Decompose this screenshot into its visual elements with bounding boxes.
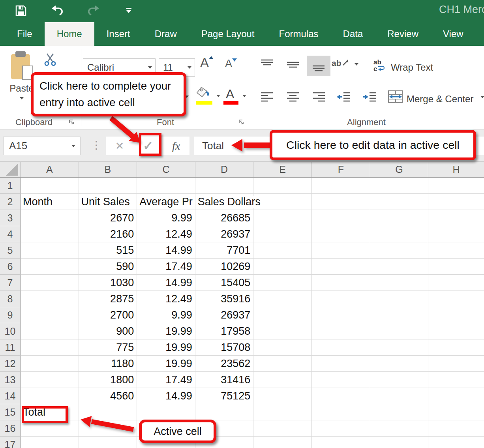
tab-formulas[interactable]: Formulas (267, 22, 331, 46)
cell-F9[interactable] (312, 307, 370, 323)
increase-font-size-button[interactable]: A (200, 55, 209, 70)
name-box[interactable]: A15 (3, 137, 81, 155)
cell-F12[interactable] (312, 356, 370, 372)
cell-G12[interactable] (370, 356, 429, 372)
cell-H10[interactable] (428, 323, 484, 339)
row-header-11[interactable]: 11 (0, 339, 21, 356)
tab-file[interactable]: File (5, 22, 45, 46)
cell-C4[interactable]: 12.49 (137, 226, 195, 242)
align-right-button[interactable] (312, 90, 326, 105)
cell-H17[interactable] (428, 437, 484, 448)
cell-C2[interactable]: Average Pr (137, 194, 195, 210)
cell-D11[interactable]: 15708 (195, 339, 254, 356)
cell-B15[interactable] (79, 404, 137, 420)
tab-page-layout[interactable]: Page Layout (189, 22, 267, 46)
cell-A3[interactable] (21, 210, 79, 226)
cell-A12[interactable] (21, 356, 79, 372)
cell-H13[interactable] (428, 372, 484, 388)
cell-B11[interactable]: 775 (79, 339, 137, 356)
column-header-E[interactable]: E (253, 162, 312, 177)
cancel-button[interactable]: ✕ (115, 140, 124, 152)
cell-D9[interactable]: 26937 (195, 307, 254, 323)
cell-E3[interactable] (253, 210, 312, 226)
merge-center-dropdown-icon[interactable] (480, 96, 484, 98)
cell-E15[interactable] (253, 404, 312, 420)
fill-color-dropdown-icon[interactable] (216, 95, 220, 97)
cell-F1[interactable] (312, 178, 370, 194)
tab-draw[interactable]: Draw (143, 22, 189, 46)
cell-E16[interactable] (253, 420, 312, 437)
cell-A13[interactable] (21, 372, 79, 388)
cell-B1[interactable] (79, 178, 137, 194)
cell-A7[interactable] (21, 275, 79, 291)
row-header-10[interactable]: 10 (0, 323, 21, 339)
cell-F4[interactable] (312, 226, 370, 242)
row-header-8[interactable]: 8 (0, 291, 21, 307)
cell-G14[interactable] (370, 388, 429, 404)
cell-H14[interactable] (428, 388, 484, 404)
merge-center-button[interactable]: Merge & Center (407, 94, 473, 105)
cell-H7[interactable] (428, 275, 484, 291)
middle-align-button[interactable] (286, 58, 300, 73)
cell-E4[interactable] (253, 226, 312, 242)
cut-button[interactable] (42, 52, 58, 69)
bottom-align-button-selected[interactable] (307, 56, 330, 76)
row-header-5[interactable]: 5 (0, 242, 21, 259)
cell-E6[interactable] (253, 259, 312, 275)
wrap-text-icon[interactable]: ab c (373, 59, 388, 72)
cell-B5[interactable]: 515 (79, 242, 137, 259)
column-header-C[interactable]: C (137, 162, 195, 177)
cell-A17[interactable] (21, 437, 79, 448)
cell-C10[interactable]: 19.99 (137, 323, 195, 339)
tab-review[interactable]: Review (375, 22, 431, 46)
cell-H9[interactable] (428, 307, 484, 323)
row-header-2[interactable]: 2 (0, 194, 21, 210)
cell-D10[interactable]: 17958 (195, 323, 254, 339)
increase-indent-button[interactable] (362, 90, 377, 105)
cell-B7[interactable]: 1030 (79, 275, 137, 291)
cell-C8[interactable]: 12.49 (137, 291, 195, 307)
font-color-button[interactable]: A (226, 87, 234, 101)
tab-data[interactable]: Data (331, 22, 375, 46)
cell-D7[interactable]: 15405 (195, 275, 254, 291)
formula-bar-drag-handle[interactable]: ⋮ (91, 139, 101, 152)
cell-A5[interactable] (21, 242, 79, 259)
cell-D14[interactable]: 75125 (195, 388, 254, 404)
cell-B12[interactable]: 1180 (79, 356, 137, 372)
cell-D3[interactable]: 26685 (195, 210, 254, 226)
font-dialog-launcher-icon[interactable] (238, 119, 244, 127)
name-box-dropdown-icon[interactable] (71, 145, 75, 147)
customize-quick-access-toolbar-icon[interactable] (126, 8, 132, 13)
cell-C14[interactable]: 14.99 (137, 388, 195, 404)
cell-F16[interactable] (312, 420, 370, 437)
column-header-A[interactable]: A (21, 162, 79, 177)
cell-F17[interactable] (312, 437, 370, 448)
cell-H16[interactable] (428, 420, 484, 437)
cell-D5[interactable]: 7701 (195, 242, 254, 259)
cell-B13[interactable]: 1800 (79, 372, 137, 388)
cell-B9[interactable]: 2700 (79, 307, 137, 323)
cell-H2[interactable] (428, 194, 484, 210)
tab-insert[interactable]: Insert (94, 22, 143, 46)
cell-B10[interactable]: 900 (79, 323, 137, 339)
cell-G8[interactable] (370, 291, 429, 307)
cell-B8[interactable]: 2875 (79, 291, 137, 307)
cell-B3[interactable]: 2670 (79, 210, 137, 226)
cell-E13[interactable] (253, 372, 312, 388)
select-all-button[interactable] (0, 162, 21, 177)
paste-dropdown-icon[interactable] (20, 97, 24, 99)
cell-E7[interactable] (253, 275, 312, 291)
cell-H8[interactable] (428, 291, 484, 307)
cell-E11[interactable] (253, 339, 312, 356)
cell-H1[interactable] (428, 178, 484, 194)
cell-C9[interactable]: 9.99 (137, 307, 195, 323)
cell-G2[interactable] (370, 194, 429, 210)
cell-A4[interactable] (21, 226, 79, 242)
decrease-indent-button[interactable] (336, 90, 351, 105)
cell-C13[interactable]: 17.49 (137, 372, 195, 388)
cell-C6[interactable]: 17.49 (137, 259, 195, 275)
row-header-15[interactable]: 15 (0, 404, 21, 420)
cell-D6[interactable]: 10269 (195, 259, 254, 275)
cell-A1[interactable] (21, 178, 79, 194)
cell-H15[interactable] (428, 404, 484, 420)
